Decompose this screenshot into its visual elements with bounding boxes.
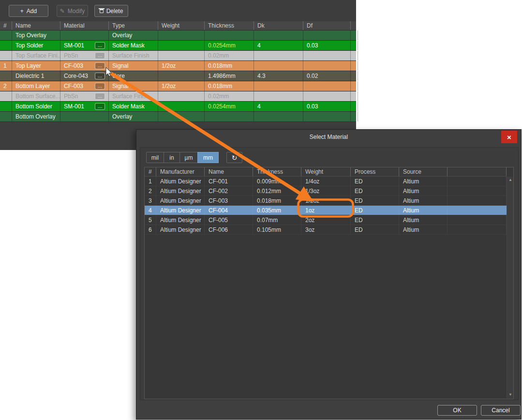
cell-source: Altium <box>399 177 447 186</box>
cell-thickness: 0.018mm <box>205 61 254 71</box>
refresh-icon: ↻ <box>232 154 238 162</box>
cell-num: 1 <box>0 61 12 71</box>
dialog-content-frame: mil in µm mm ↻ # Manufacturer Name Thick… <box>140 147 519 400</box>
cell-filler <box>351 51 358 60</box>
cell-weight <box>158 41 205 50</box>
cell-thickness: 0.105mm <box>253 225 301 234</box>
cell-num <box>0 102 12 111</box>
col-header-type: Type <box>109 21 158 30</box>
material-picker-button[interactable]: … <box>95 73 105 79</box>
add-button[interactable]: + Add <box>9 5 48 17</box>
cell-material: PbSn… <box>60 51 109 60</box>
cell-weight: 1/4oz <box>301 177 351 186</box>
cell-df: 0.02 <box>303 71 351 81</box>
stack-row-bottom-overlay[interactable]: Bottom Overlay Overlay <box>0 112 356 122</box>
cell-filler <box>447 177 507 186</box>
cell-name: Top Overlay <box>12 30 60 40</box>
cell-weight: 2oz <box>301 215 351 225</box>
material-row-5[interactable]: 5 Altium Designer CF-005 0.07mm 2oz ED A… <box>145 215 507 225</box>
scrollbar[interactable]: ▲ ▼ <box>507 177 513 398</box>
unit-button-mil[interactable]: mil <box>146 152 164 163</box>
cell-df <box>303 61 351 71</box>
material-picker-button[interactable]: … <box>95 83 105 90</box>
material-row-2[interactable]: 2 Altium Designer CF-002 0.012mm 1/3oz E… <box>145 186 507 196</box>
material-picker-button-top-layer[interactable]: … <box>95 62 105 69</box>
cell-name: CF-004 <box>205 206 253 215</box>
material-picker-button[interactable]: … <box>95 42 105 49</box>
col-header-manufacturer: Manufacturer <box>156 167 205 176</box>
stack-row-bottom-solder[interactable]: Bottom Solder SM-001… Solder Mask 0.0254… <box>0 102 356 112</box>
stack-row-top-surface-finish[interactable]: Top Surface Fini... PbSn… Surface Finish… <box>0 51 356 61</box>
cell-filler <box>447 215 507 225</box>
cell-thickness: 0.018mm <box>253 196 301 205</box>
unit-button-mm[interactable]: mm <box>197 152 219 163</box>
cell-num <box>0 71 12 81</box>
cell-num <box>0 41 12 50</box>
material-label: Core-043 <box>64 73 88 79</box>
cell-num <box>0 51 12 60</box>
scroll-up-arrow-icon[interactable]: ▲ <box>507 177 514 183</box>
material-label: CF-003 <box>64 62 83 69</box>
material-list: # Manufacturer Name Thickness Weight Pro… <box>144 167 514 399</box>
cell-process: ED <box>351 186 399 195</box>
material-picker-button[interactable]: … <box>95 52 105 59</box>
col-header-thickness: Thickness <box>253 167 301 176</box>
cell-material: CF-003… <box>60 61 109 71</box>
cell-dk: 4 <box>254 102 303 111</box>
cell-type: Surface Finish <box>109 51 158 60</box>
cell-num: 1 <box>145 177 156 186</box>
cell-process: ED <box>351 206 399 215</box>
material-row-3[interactable]: 3 Altium Designer CF-003 0.018mm 1/2oz E… <box>145 196 507 206</box>
stack-row-bottom-surface-finish[interactable]: Bottom Surface... PbSn… Surface Finish 0… <box>0 91 356 102</box>
delete-button[interactable]: Delete <box>94 5 128 17</box>
unit-button-in[interactable]: in <box>164 152 180 163</box>
material-row-6[interactable]: 6 Altium Designer CF-006 0.105mm 3oz ED … <box>145 225 507 235</box>
cell-df <box>303 112 351 121</box>
cancel-button[interactable]: Cancel <box>481 405 521 416</box>
refresh-button[interactable]: ↻ <box>226 152 242 163</box>
stack-row-dielectric-1[interactable]: Dielectric 1 Core-043… Core 1.4986mm 4.3… <box>0 71 356 81</box>
cell-thickness: 1.4986mm <box>205 71 254 81</box>
material-label: PbSn <box>64 93 78 100</box>
ok-button[interactable]: OK <box>437 405 477 416</box>
cell-thickness: 0.02mm <box>205 91 254 101</box>
close-button[interactable]: × <box>501 131 517 143</box>
col-header-weight: Weight <box>158 21 205 30</box>
unit-button-um[interactable]: µm <box>179 152 198 163</box>
col-header-df: Df <box>303 21 351 30</box>
col-header-num: # <box>0 21 12 30</box>
col-header-source: Source <box>399 167 447 176</box>
cell-material: SM-001… <box>60 41 109 50</box>
cell-name: CF-006 <box>205 225 253 234</box>
cell-name: Bottom Overlay <box>12 112 60 121</box>
cell-weight: 1/2oz <box>158 81 205 91</box>
cell-thickness: 0.07mm <box>253 215 301 225</box>
plus-icon: + <box>20 8 24 14</box>
cell-df <box>303 51 351 60</box>
col-header-filler <box>351 21 358 30</box>
material-row-1[interactable]: 1 Altium Designer CF-001 0.009mm 1/4oz E… <box>145 177 507 186</box>
cell-num: 2 <box>145 186 156 195</box>
modify-button[interactable]: ✎ Modify <box>57 5 88 17</box>
scroll-down-arrow-icon[interactable]: ▼ <box>507 391 514 398</box>
cell-type: Core <box>109 71 158 81</box>
cell-filler <box>351 81 358 91</box>
material-label: SM-001 <box>64 103 84 110</box>
material-picker-button[interactable]: … <box>95 103 105 110</box>
stack-row-bottom-layer[interactable]: 2 Bottom Layer CF-003… Signal 1/2oz 0.01… <box>0 81 356 91</box>
stack-row-top-solder[interactable]: Top Solder SM-001… Solder Mask 0.0254mm … <box>0 41 356 51</box>
material-picker-button[interactable]: … <box>95 93 105 100</box>
col-header-thickness: Thickness <box>205 21 254 30</box>
cell-material <box>60 30 109 40</box>
cell-name: CF-002 <box>205 186 253 195</box>
stack-toolbar: + Add ✎ Modify Delete <box>0 0 356 21</box>
cell-material <box>60 112 109 121</box>
stack-row-top-layer[interactable]: 1 Top Layer CF-003… Signal 1/2oz 0.018mm <box>0 61 356 71</box>
cell-filler <box>447 206 507 215</box>
material-row-4-selected[interactable]: 4 Altium Designer CF-004 0.035mm 1oz ED … <box>145 206 507 215</box>
stack-row-top-overlay[interactable]: Top Overlay Overlay <box>0 30 356 41</box>
modify-button-label: Modify <box>68 8 85 15</box>
cell-thickness: 0.009mm <box>253 177 301 186</box>
select-material-dialog: Select Material × mil in µm mm ↻ # Manuf… <box>136 129 522 420</box>
cell-manufacturer: Altium Designer <box>156 225 205 234</box>
